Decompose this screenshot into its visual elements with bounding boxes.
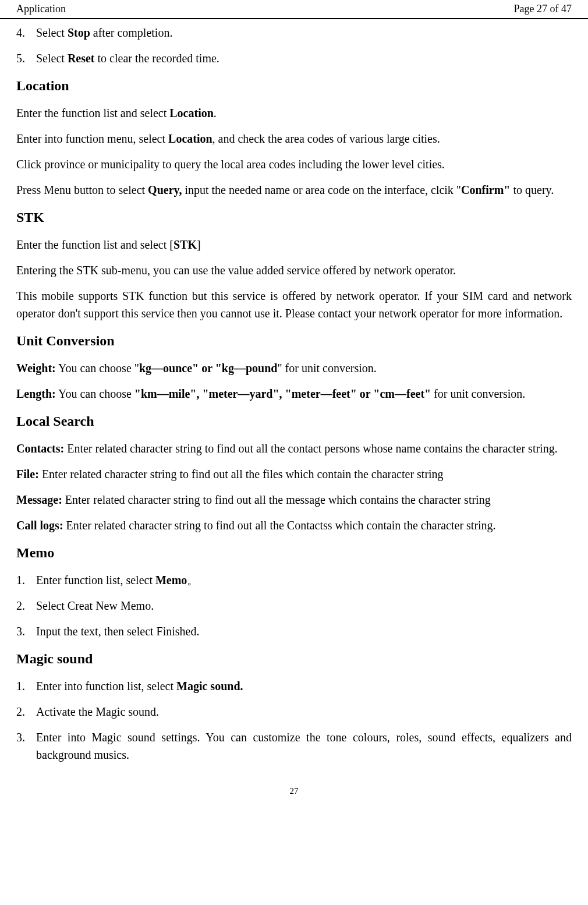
paragraph: Enter into function menu, select Locatio… xyxy=(16,130,572,147)
list-item: 2. Select Creat New Memo. xyxy=(16,597,572,614)
paragraph: Weight: You can choose "kg—ounce" or "kg… xyxy=(16,359,572,377)
list-number: 5. xyxy=(16,50,36,67)
heading-magic-sound: Magic sound xyxy=(16,648,572,669)
list-number: 1. xyxy=(16,677,36,695)
paragraph: File: Enter related character string to … xyxy=(16,465,572,483)
list-item: 3. Enter into Magic sound settings. You … xyxy=(16,729,572,763)
list-number: 3. xyxy=(16,729,36,763)
list-text: Enter into Magic sound settings. You can… xyxy=(36,729,572,763)
paragraph: Entering the STK sub-menu, you can use t… xyxy=(16,261,572,279)
list-text: Activate the Magic sound. xyxy=(36,703,159,720)
list-item: 2. Activate the Magic sound. xyxy=(16,703,572,720)
paragraph: Enter the function list and select [STK] xyxy=(16,236,572,253)
list-number: 1. xyxy=(16,571,36,589)
list-item: 1. Enter function list, select Memo。 xyxy=(16,571,572,589)
header-left: Application xyxy=(16,1,66,17)
list-number: 2. xyxy=(16,703,36,720)
paragraph: This mobile supports STK function but th… xyxy=(16,287,572,322)
list-item: 1. Enter into function list, select Magi… xyxy=(16,677,572,695)
heading-stk: STK xyxy=(16,207,572,228)
list-number: 4. xyxy=(16,24,36,41)
heading-local-search: Local Search xyxy=(16,411,572,432)
paragraph: Contacts: Enter related character string… xyxy=(16,440,572,457)
paragraph: Click province or municipality to query … xyxy=(16,155,572,173)
list-text: Select Reset to clear the recorded time. xyxy=(36,50,219,67)
list-item: 5. Select Reset to clear the recorded ti… xyxy=(16,50,572,67)
heading-unit-conversion: Unit Conversion xyxy=(16,330,572,351)
paragraph: Enter the function list and select Locat… xyxy=(16,104,572,122)
list-item: 4. Select Stop after completion. xyxy=(16,24,572,41)
list-text: Select Stop after completion. xyxy=(36,24,172,41)
page-content: 4. Select Stop after completion. 5. Sele… xyxy=(0,19,588,763)
heading-location: Location xyxy=(16,75,572,96)
page-header: Application Page 27 of 47 xyxy=(0,0,588,19)
header-right: Page 27 of 47 xyxy=(514,1,572,17)
paragraph: Call logs: Enter related character strin… xyxy=(16,517,572,534)
paragraph: Length: You can choose "km—mile", "meter… xyxy=(16,385,572,402)
heading-memo: Memo xyxy=(16,542,572,563)
list-number: 3. xyxy=(16,623,36,640)
list-number: 2. xyxy=(16,597,36,614)
list-text: Input the text, then select Finished. xyxy=(36,623,200,640)
list-text: Select Creat New Memo. xyxy=(36,597,154,614)
list-item: 3. Input the text, then select Finished. xyxy=(16,623,572,640)
list-text: Enter into function list, select Magic s… xyxy=(36,677,243,695)
page-number: 27 xyxy=(0,784,588,804)
paragraph: Message: Enter related character string … xyxy=(16,491,572,508)
paragraph: Press Menu button to select Query, input… xyxy=(16,181,572,199)
list-text: Enter function list, select Memo。 xyxy=(36,571,199,589)
